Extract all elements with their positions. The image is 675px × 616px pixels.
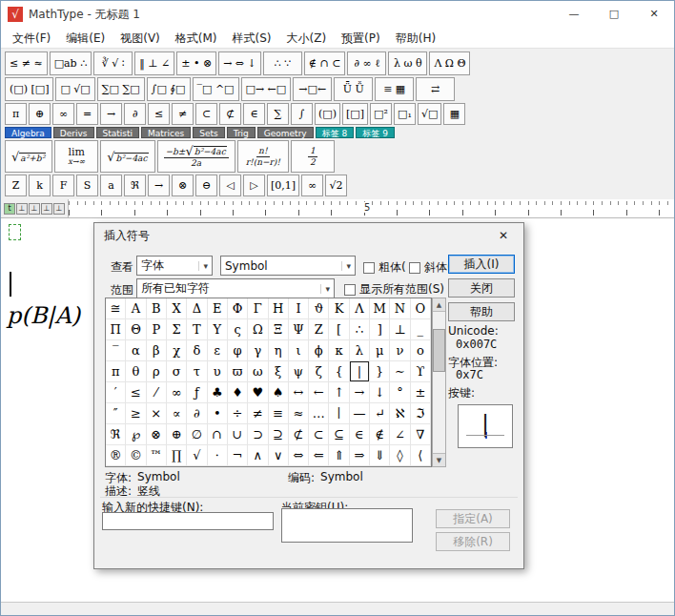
template-limit[interactable]: limx→∞: [54, 140, 98, 173]
symbol-button[interactable]: ⊄: [219, 103, 241, 125]
symbol-cell[interactable]: ∝: [167, 403, 187, 424]
symbol-cell[interactable]: ⊥: [390, 319, 410, 340]
tab-algebra[interactable]: Algebra: [5, 127, 51, 138]
symbol-cell[interactable]: θ: [126, 361, 146, 382]
dialog-title-bar[interactable]: 插入符号 ✕: [94, 223, 523, 248]
symbol-cell[interactable]: •: [208, 403, 228, 424]
symbol-cell[interactable]: Η: [269, 298, 289, 319]
symbol-button[interactable]: □²: [370, 103, 392, 125]
close-dialog-button[interactable]: 关闭: [448, 278, 515, 298]
symbol-cell[interactable]: ♥: [248, 382, 268, 403]
close-button[interactable]: ✕: [634, 1, 674, 28]
symbol-cell[interactable]: μ: [370, 340, 390, 361]
palette-button[interactable]: λ ω θ: [388, 51, 427, 75]
template-palette-button[interactable]: □→ ←□: [241, 77, 292, 101]
symbol-cell[interactable]: …: [309, 403, 329, 424]
symbol-button[interactable]: ∂: [124, 103, 146, 125]
symbol-cell[interactable]: ¬: [228, 445, 248, 466]
dialog-close-icon[interactable]: ✕: [493, 227, 514, 244]
symbol-cell[interactable]: ∩: [208, 424, 228, 445]
tab-statistics[interactable]: Statisti: [96, 127, 140, 138]
user-symbol-button[interactable]: [0,1]: [267, 175, 299, 196]
symbol-cell[interactable]: |: [350, 361, 370, 382]
template-one-half[interactable]: 12: [291, 140, 335, 173]
symbol-cell[interactable]: ÷: [228, 403, 248, 424]
tab-sets[interactable]: Sets: [193, 127, 224, 138]
symbol-cell[interactable]: ⊇: [269, 424, 289, 445]
user-symbol-button[interactable]: √2: [325, 175, 347, 196]
user-symbol-button[interactable]: Z: [5, 175, 27, 196]
symbol-button[interactable]: ∑: [267, 103, 289, 125]
symbol-cell[interactable]: ∪: [228, 424, 248, 445]
user-symbol-button[interactable]: ⊗: [172, 175, 194, 196]
user-symbol-button[interactable]: F: [52, 175, 74, 196]
symbol-cell[interactable]: ⋅: [208, 445, 228, 466]
symbol-cell[interactable]: ⊆: [329, 424, 349, 445]
symbol-cell[interactable]: ∧: [248, 445, 268, 466]
symbol-cell[interactable]: τ: [187, 361, 207, 382]
symbol-cell[interactable]: ′: [106, 382, 126, 403]
symbol-cell[interactable]: Θ: [126, 319, 146, 340]
palette-button[interactable]: ± • ⊗: [176, 51, 216, 75]
symbol-cell[interactable]: υ: [208, 361, 228, 382]
symbol-cell[interactable]: ⊗: [147, 424, 167, 445]
symbol-cell[interactable]: Α: [126, 298, 146, 319]
symbol-button[interactable]: ∈: [243, 103, 265, 125]
symbol-cell[interactable]: ⇑: [329, 445, 349, 466]
symbol-cell[interactable]: ⊕: [167, 424, 187, 445]
menu-item[interactable]: 预置(P): [334, 28, 388, 49]
symbol-cell[interactable]: →: [350, 382, 370, 403]
symbol-cell[interactable]: ⊂: [309, 424, 329, 445]
symbol-cell[interactable]: ↓: [370, 382, 390, 403]
palette-button[interactable]: □ab ∴: [50, 51, 92, 75]
symbol-cell[interactable]: Ρ: [147, 319, 167, 340]
symbol-cell[interactable]: ℘: [126, 424, 146, 445]
symbol-cell[interactable]: Κ: [329, 298, 349, 319]
symbol-cell[interactable]: β: [147, 340, 167, 361]
symbol-cell[interactable]: ϕ: [309, 340, 329, 361]
menu-item[interactable]: 文件(F): [5, 28, 58, 49]
symbol-cell[interactable]: Ψ: [289, 319, 309, 340]
shortcut-input[interactable]: [102, 512, 274, 530]
symbol-cell[interactable]: ◊: [390, 445, 410, 466]
assign-button[interactable]: 指定(A): [436, 509, 510, 528]
equation[interactable]: p(B|A): [7, 302, 80, 329]
user-symbol-button[interactable]: →: [148, 175, 170, 196]
symbol-cell[interactable]: ρ: [147, 361, 167, 382]
template-palette-button[interactable]: (□) [□]: [5, 77, 53, 101]
symbol-cell[interactable]: ↔: [289, 382, 309, 403]
user-symbol-button[interactable]: k: [29, 175, 51, 196]
user-symbol-button[interactable]: ⊖: [195, 175, 217, 196]
symbol-cell[interactable]: ™: [147, 445, 167, 466]
symbol-cell[interactable]: Ε: [208, 298, 228, 319]
symbol-cell[interactable]: [: [329, 319, 349, 340]
symbol-cell[interactable]: √: [187, 445, 207, 466]
menu-item[interactable]: 帮助(H): [388, 28, 443, 49]
symbol-cell[interactable]: Ξ: [269, 319, 289, 340]
menu-item[interactable]: 格式(M): [168, 28, 225, 49]
symbol-cell[interactable]: ⇓: [370, 445, 390, 466]
tab-8[interactable]: 标签 8: [316, 127, 355, 138]
symbol-cell[interactable]: ⇐: [309, 445, 329, 466]
template-palette-button[interactable]: →□←: [293, 77, 332, 101]
symbol-cell[interactable]: ≈: [289, 403, 309, 424]
template-sqrt-discriminant[interactable]: √b²−4ac: [100, 140, 154, 173]
symbol-button[interactable]: ⊕: [29, 103, 51, 125]
symbol-cell[interactable]: ≤: [126, 382, 146, 403]
symbol-cell[interactable]: Γ: [248, 298, 268, 319]
symbol-cell[interactable]: ε: [208, 340, 228, 361]
symbol-cell[interactable]: ⁄: [147, 382, 167, 403]
minimize-button[interactable]: —: [554, 1, 594, 28]
template-sqrt-a2-b2[interactable]: √a²+b²: [5, 140, 52, 173]
tab-stop-button[interactable]: ⊥: [53, 203, 65, 215]
symbol-cell[interactable]: ψ: [289, 361, 309, 382]
symbol-cell[interactable]: ×: [147, 403, 167, 424]
template-binomial[interactable]: n!r!(n−r)!: [237, 140, 289, 173]
symbol-cell[interactable]: _: [411, 319, 431, 340]
range-dropdown[interactable]: 所有已知字符 ▾: [136, 278, 335, 298]
tab-stop-button[interactable]: ⊥: [29, 203, 40, 215]
symbol-cell[interactable]: ≠: [248, 403, 268, 424]
symbol-button[interactable]: □₁: [394, 103, 416, 125]
symbol-cell[interactable]: ‾: [106, 340, 126, 361]
symbol-cell[interactable]: ⇒: [350, 445, 370, 466]
